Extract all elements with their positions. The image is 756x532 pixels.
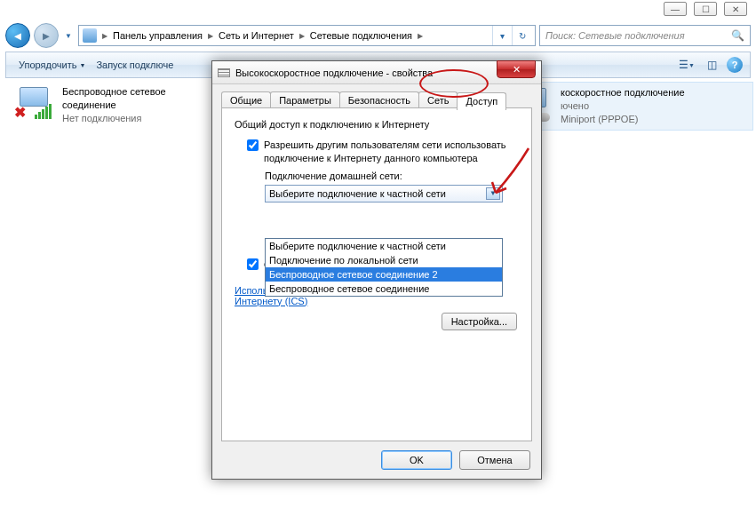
search-placeholder: Поиск: Сетевые подключения — [545, 30, 685, 41]
dialog-titlebar[interactable]: Высокоскоростное подключение - свойства — [212, 61, 541, 84]
connection-device: Miniport (PPPOE) — [561, 113, 685, 126]
chevron-right-icon: ▶ — [416, 32, 425, 40]
dropdown-option[interactable]: Беспроводное сетевое соединение — [266, 282, 502, 296]
help-icon[interactable]: ? — [727, 57, 743, 73]
home-network-label: Подключение домашней сети: — [265, 171, 519, 181]
explorer-toolbar: ◄ ► ▼ ▶ Панель управления ▶ Сеть и Интер… — [5, 21, 751, 50]
breadcrumb[interactable]: Сеть и Интернет — [215, 30, 298, 41]
breadcrumb[interactable]: Сетевые подключения — [306, 30, 416, 41]
nav-history-dropdown[interactable]: ▼ — [62, 27, 75, 44]
location-icon — [83, 28, 97, 43]
dialog-close-button[interactable]: ✕ — [497, 60, 536, 78]
address-bar[interactable]: ▶ Панель управления ▶ Сеть и Интернет ▶ … — [78, 25, 536, 46]
allow-control-checkbox[interactable] — [247, 258, 259, 270]
tab-strip: Общие Параметры Безопасность Сеть Доступ — [221, 91, 532, 109]
tab-sharing[interactable]: Доступ — [457, 92, 506, 110]
ok-button[interactable]: OK — [381, 450, 452, 470]
preview-pane-icon[interactable]: ◫ — [702, 56, 721, 74]
start-connection-button[interactable]: Запуск подключе — [91, 56, 179, 74]
allow-sharing-checkbox[interactable] — [247, 139, 259, 151]
connection-status: Нет подключения — [62, 112, 166, 125]
home-network-combo[interactable]: Выберите подключение к частной сети ▼ — [265, 185, 503, 202]
tab-general[interactable]: Общие — [221, 91, 271, 109]
view-options-icon[interactable]: ☰ ▼ — [677, 56, 696, 74]
connection-name: соединение — [62, 99, 166, 112]
search-input[interactable]: Поиск: Сетевые подключения 🔍 — [539, 25, 751, 46]
tab-security[interactable]: Безопасность — [339, 91, 419, 109]
dropdown-option[interactable]: Подключение по локальной сети — [266, 253, 502, 267]
properties-dialog: Высокоскоростное подключение - свойства … — [211, 60, 542, 480]
settings-button[interactable]: Настройка... — [442, 313, 517, 330]
tab-panel-sharing: Общий доступ к подключению к Интернету Р… — [221, 107, 532, 441]
organize-menu[interactable]: Упорядочить▼ — [13, 56, 91, 74]
window-minimize-button[interactable]: — — [664, 2, 687, 16]
nav-forward-button[interactable]: ► — [34, 23, 59, 48]
dialog-icon — [218, 68, 230, 77]
dropdown-option[interactable]: Выберите подключение к частной сети — [266, 239, 502, 253]
section-title: Общий доступ к подключению к Интернету — [235, 119, 519, 130]
chevron-down-icon: ▼ — [486, 187, 500, 200]
tab-network[interactable]: Сеть — [418, 91, 458, 109]
breadcrumb[interactable]: Панель управления — [109, 30, 206, 41]
refresh-icon[interactable]: ↻ — [512, 26, 531, 45]
window-maximize-button[interactable]: ☐ — [694, 2, 717, 16]
combo-value: Выберите подключение к частной сети — [269, 188, 446, 199]
window-close-button[interactable]: ✕ — [724, 2, 747, 16]
chevron-right-icon: ▶ — [298, 32, 306, 40]
search-icon: 🔍 — [731, 29, 744, 42]
home-network-dropdown-list: Выберите подключение к частной сети Подк… — [265, 238, 503, 297]
dialog-title: Высокоскоростное подключение - свойства — [235, 67, 433, 78]
wireless-icon: ✖ — [12, 85, 55, 121]
tab-options[interactable]: Параметры — [270, 91, 340, 109]
connection-name: коскоростное подключение — [561, 86, 685, 99]
address-dropdown-icon[interactable]: ▾ — [492, 26, 512, 45]
cancel-button[interactable]: Отмена — [459, 450, 530, 470]
nav-back-button[interactable]: ◄ — [5, 23, 30, 48]
connection-name: Беспроводное сетевое — [62, 85, 166, 99]
chevron-right-icon: ▶ — [206, 32, 215, 40]
connection-status: ючено — [561, 99, 685, 113]
connection-item-highspeed[interactable]: коскоростное подключение ючено Miniport … — [505, 82, 753, 131]
dropdown-option[interactable]: Беспроводное сетевое соединение 2 — [266, 267, 502, 282]
chevron-right-icon: ▶ — [100, 32, 109, 40]
allow-sharing-label: Разрешить другим пользователям сети испо… — [264, 139, 519, 165]
